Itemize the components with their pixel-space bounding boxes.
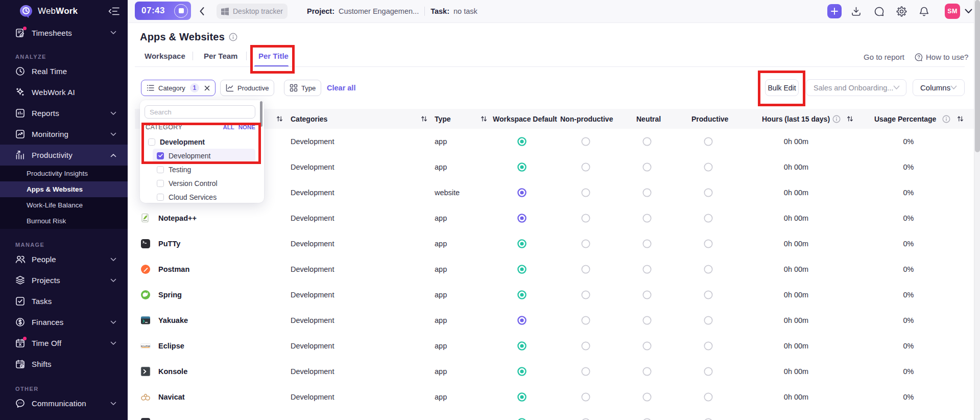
radio-productive[interactable] (704, 316, 713, 325)
column-header[interactable]: Workspace Default (493, 109, 557, 129)
chat-icon[interactable] (874, 6, 885, 17)
sidebar-item-projects[interactable]: Projects (0, 270, 128, 291)
radio-non-productive[interactable] (581, 367, 590, 376)
sidebar-item-webwork-ai[interactable]: WebWork AI (0, 82, 128, 103)
radio-workspace-default-checked[interactable] (517, 316, 527, 325)
radio-neutral[interactable] (642, 367, 652, 376)
dropdown-option-testing[interactable]: Testing (157, 162, 191, 176)
radio-neutral[interactable] (642, 162, 652, 172)
column-header[interactable]: Neutral (636, 109, 661, 129)
radio-workspace-default-checked[interactable] (517, 162, 527, 172)
sidebar-item-real-time[interactable]: Real Time (0, 61, 128, 82)
radio-workspace-default-checked[interactable] (517, 265, 527, 274)
column-header[interactable]: Hours (last 15 days) (762, 109, 830, 129)
checkbox[interactable] (157, 194, 164, 201)
remove-filter-icon[interactable] (204, 85, 210, 91)
settings-gear-icon[interactable] (896, 6, 907, 17)
radio-productive[interactable] (704, 137, 713, 146)
radio-non-productive[interactable] (581, 418, 590, 420)
radio-neutral[interactable] (642, 265, 652, 274)
task-value[interactable]: no task (453, 7, 477, 15)
column-header[interactable]: Productive (691, 109, 728, 129)
radio-non-productive[interactable] (581, 239, 590, 248)
sidebar-subitem-burnout-risk[interactable]: Burnout Risk (0, 213, 128, 229)
sidebar-item-shifts[interactable]: Shifts (0, 354, 128, 375)
sidebar-item-reports[interactable]: Reports (0, 103, 128, 124)
page-scrollbar[interactable] (974, 0, 980, 420)
radio-neutral[interactable] (642, 137, 652, 146)
sort-icon[interactable] (276, 115, 283, 122)
radio-neutral[interactable] (642, 392, 652, 402)
column-header[interactable]: Usage Percentage (874, 109, 936, 129)
radio-workspace-default-checked[interactable] (517, 392, 527, 402)
tab-per-title[interactable]: Per Title (258, 52, 289, 60)
download-icon[interactable] (851, 6, 862, 17)
radio-non-productive[interactable] (581, 392, 590, 402)
checkbox[interactable] (157, 180, 164, 187)
category-filter-chip[interactable]: Category 1 (141, 80, 216, 96)
sidebar-item-productivity[interactable]: Productivity (0, 145, 128, 166)
account-chevron-icon[interactable] (965, 9, 972, 14)
checkbox[interactable] (157, 166, 164, 173)
radio-neutral[interactable] (642, 188, 652, 197)
radio-neutral[interactable] (642, 290, 652, 299)
team-select[interactable]: Sales and Onboarding... (806, 79, 906, 96)
notifications-bell-icon[interactable] (919, 6, 929, 17)
back-chevron-icon[interactable] (198, 6, 206, 17)
radio-non-productive[interactable] (581, 188, 590, 197)
sort-icon[interactable] (421, 115, 427, 122)
sort-icon[interactable] (481, 115, 487, 122)
radio-non-productive[interactable] (581, 316, 590, 325)
radio-productive[interactable] (704, 188, 713, 197)
desktop-tracker-button[interactable]: Desktop tracker (217, 4, 288, 19)
sidebar-item-people[interactable]: People (0, 249, 128, 270)
search-input[interactable] (145, 105, 255, 119)
add-button[interactable] (827, 4, 842, 18)
radio-productive[interactable] (704, 392, 713, 402)
radio-non-productive[interactable] (581, 341, 590, 351)
radio-productive[interactable] (704, 341, 713, 351)
radio-workspace-default-checked[interactable] (517, 214, 527, 223)
tab-workspace[interactable]: Workspace (145, 52, 185, 60)
radio-non-productive[interactable] (581, 290, 590, 299)
info-icon[interactable] (942, 109, 950, 129)
radio-workspace-default-checked[interactable] (517, 341, 527, 351)
checkbox-checked[interactable] (157, 152, 164, 159)
collapse-sidebar-icon[interactable] (108, 7, 119, 16)
column-header[interactable]: Categories (291, 109, 327, 129)
column-header[interactable]: Type (435, 109, 451, 129)
timer-button[interactable]: 07:43 (135, 2, 191, 20)
columns-button[interactable]: Columns (913, 79, 965, 96)
sidebar-item-time-off[interactable]: Time Off (0, 333, 128, 354)
sidebar-item-timesheets[interactable]: Timesheets (0, 22, 128, 43)
dropdown-option-version-control[interactable]: Version Control (157, 176, 218, 190)
column-header[interactable]: Non-productive (560, 109, 613, 129)
clear-all-link[interactable]: Clear all (327, 84, 355, 92)
radio-productive[interactable] (704, 290, 713, 299)
sidebar-subitem-work-life-balance[interactable]: Work-Life Balance (0, 197, 128, 213)
go-to-report-link[interactable]: Go to report (864, 53, 904, 61)
radio-neutral[interactable] (642, 214, 652, 223)
radio-productive[interactable] (704, 214, 713, 223)
sidebar-item-monitoring[interactable]: Monitoring (0, 124, 128, 145)
sidebar-subitem-apps-websites[interactable]: Apps & Websites (0, 181, 128, 197)
sidebar-subitem-productivity-insights[interactable]: Productivity Insights (0, 166, 128, 181)
tab-per-team[interactable]: Per Team (204, 52, 237, 60)
radio-neutral[interactable] (642, 418, 652, 420)
project-value[interactable]: Customer Engagemen... (339, 7, 419, 15)
radio-neutral[interactable] (642, 239, 652, 248)
dropdown-option-cloud-services[interactable]: Cloud Services (157, 190, 217, 203)
radio-workspace-default-checked[interactable] (517, 418, 527, 420)
dropdown-scrollbar-thumb[interactable] (260, 101, 262, 127)
bulk-edit-button[interactable]: Bulk Edit (765, 79, 799, 96)
sort-icon[interactable] (957, 115, 964, 122)
radio-workspace-default-checked[interactable] (517, 239, 527, 248)
sort-icon[interactable] (847, 115, 853, 122)
radio-productive[interactable] (704, 239, 713, 248)
sidebar-item-tasks[interactable]: Tasks (0, 291, 128, 312)
radio-productive[interactable] (704, 265, 713, 274)
select-none-link[interactable]: NONE (238, 124, 255, 130)
radio-workspace-default-checked[interactable] (517, 290, 527, 299)
avatar[interactable]: SM (945, 4, 960, 19)
radio-productive[interactable] (704, 367, 713, 376)
